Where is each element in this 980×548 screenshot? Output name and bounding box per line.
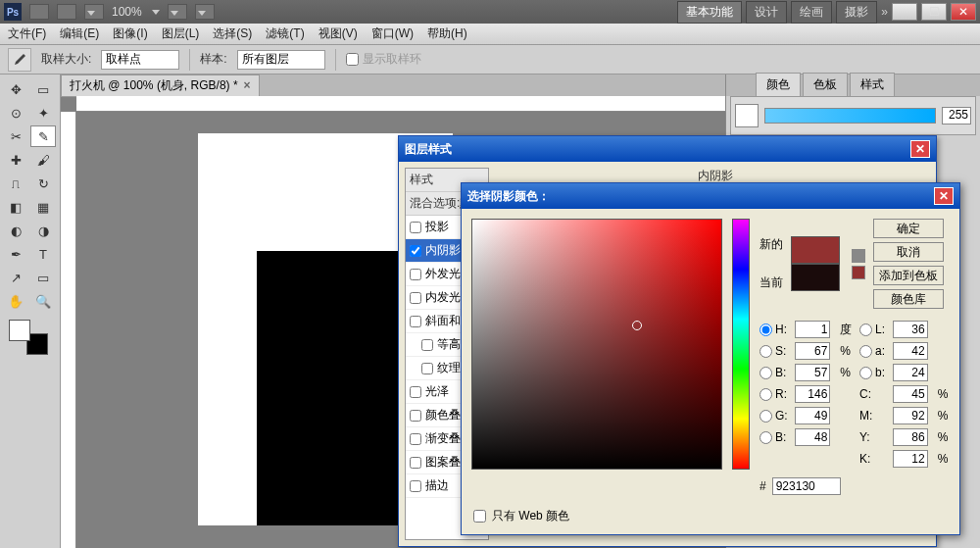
titlebar-btn[interactable] — [84, 4, 104, 20]
show-ring-checkbox[interactable]: 显示取样环 — [346, 51, 421, 68]
titlebar-btn[interactable] — [29, 4, 49, 20]
document-tab[interactable]: 打火机 @ 100% (机身, RGB/8) *× — [61, 75, 260, 97]
workspace-paint[interactable]: 绘画 — [791, 1, 832, 24]
b2-input[interactable] — [795, 428, 830, 446]
style-checkbox[interactable] — [410, 433, 421, 445]
color-swatch[interactable] — [735, 104, 759, 127]
zoom-tool[interactable]: 🔍 — [30, 290, 56, 312]
path-tool[interactable]: ↗ — [3, 267, 28, 288]
menu-edit[interactable]: 编辑(E) — [60, 25, 99, 42]
dialog-titlebar[interactable]: 图层样式 ✕ — [399, 136, 936, 162]
type-tool[interactable]: T — [30, 243, 56, 265]
crop-tool[interactable]: ✂ — [3, 125, 28, 147]
color-value[interactable]: 255 — [942, 107, 971, 125]
blur-tool[interactable]: ◐ — [3, 220, 28, 241]
menu-filter[interactable]: 滤镜(T) — [266, 25, 304, 42]
eyedropper-tool[interactable]: ✎ — [30, 125, 56, 147]
add-swatch-button[interactable]: 添加到色板 — [873, 266, 944, 285]
zoom-level[interactable]: 100% — [112, 5, 142, 19]
current-color-swatch[interactable] — [791, 264, 840, 291]
panel-tab-styles[interactable]: 样式 — [850, 73, 895, 96]
bb2-radio[interactable] — [760, 431, 772, 444]
bb-input[interactable] — [893, 364, 928, 381]
h-input[interactable] — [795, 321, 830, 338]
a-radio[interactable] — [859, 345, 872, 358]
r-input[interactable] — [795, 385, 830, 403]
style-checkbox[interactable] — [410, 292, 421, 304]
cube-icon[interactable] — [852, 249, 865, 263]
menu-help[interactable]: 帮助(H) — [427, 25, 467, 42]
panel-tab-swatches[interactable]: 色板 — [803, 73, 848, 96]
panel-tab-color[interactable]: 颜色 — [756, 73, 801, 96]
c-input[interactable] — [893, 385, 928, 403]
style-checkbox[interactable] — [421, 363, 433, 374]
pen-tool[interactable]: ✒ — [3, 243, 28, 265]
g-input[interactable] — [795, 407, 830, 424]
menu-layer[interactable]: 图层(L) — [162, 25, 200, 42]
maximize-button[interactable]: ☐ — [921, 3, 947, 21]
menu-file[interactable]: 文件(F) — [8, 25, 46, 42]
dialog-titlebar[interactable]: 选择阴影颜色： ✕ — [462, 183, 959, 209]
close-button[interactable]: ✕ — [951, 3, 976, 21]
color-field[interactable] — [471, 219, 722, 470]
color-swatches[interactable] — [9, 320, 48, 355]
s-radio[interactable] — [760, 345, 772, 358]
h-radio[interactable] — [760, 324, 772, 336]
menu-image[interactable]: 图像(I) — [113, 25, 147, 42]
style-checkbox[interactable] — [410, 457, 421, 469]
color-slider[interactable] — [764, 108, 936, 124]
b-radio[interactable] — [760, 367, 772, 379]
style-checkbox[interactable] — [410, 222, 421, 233]
y-input[interactable] — [893, 428, 928, 446]
sample-combo[interactable]: 所有图层 — [237, 50, 325, 70]
dodge-tool[interactable]: ◑ — [30, 220, 56, 241]
close-icon[interactable]: ✕ — [934, 187, 954, 205]
r-radio[interactable] — [760, 388, 772, 401]
hand-tool[interactable]: ✋ — [3, 290, 28, 312]
k-input[interactable] — [893, 450, 928, 468]
style-checkbox[interactable] — [410, 410, 421, 422]
ok-button[interactable]: 确定 — [873, 219, 944, 238]
brush-tool[interactable]: 🖌 — [30, 149, 56, 171]
workspace-basic[interactable]: 基本功能 — [677, 1, 742, 24]
a-input[interactable] — [893, 342, 928, 360]
titlebar-btn[interactable] — [57, 4, 76, 20]
s-input[interactable] — [795, 342, 830, 360]
titlebar-btn[interactable] — [168, 4, 187, 20]
style-checkbox[interactable] — [410, 386, 421, 398]
websafe-swatch[interactable] — [852, 266, 865, 279]
l-input[interactable] — [893, 321, 928, 338]
history-brush-tool[interactable]: ↻ — [30, 173, 56, 194]
style-checkbox[interactable] — [410, 316, 421, 327]
sample-size-combo[interactable]: 取样点 — [101, 50, 179, 70]
close-icon[interactable]: ✕ — [910, 140, 930, 158]
g-radio[interactable] — [760, 410, 772, 423]
stamp-tool[interactable]: ⎍ — [3, 173, 28, 194]
marquee-tool[interactable]: ▭ — [30, 78, 56, 100]
b-input[interactable] — [795, 364, 830, 381]
gradient-tool[interactable]: ▦ — [30, 196, 56, 218]
titlebar-btn[interactable] — [195, 4, 215, 20]
web-only-checkbox[interactable]: 只有 Web 颜色 — [473, 508, 569, 524]
menu-view[interactable]: 视图(V) — [318, 25, 358, 42]
eraser-tool[interactable]: ◧ — [3, 196, 28, 218]
menu-select[interactable]: 选择(S) — [213, 25, 252, 42]
wand-tool[interactable]: ✦ — [30, 102, 56, 124]
bb-radio[interactable] — [859, 367, 872, 379]
style-checkbox[interactable] — [421, 339, 433, 351]
m-input[interactable] — [893, 407, 928, 424]
tab-close-icon[interactable]: × — [244, 78, 251, 92]
color-lib-button[interactable]: 颜色库 — [873, 289, 944, 309]
heal-tool[interactable]: ✚ — [3, 149, 28, 171]
shape-tool[interactable]: ▭ — [30, 267, 56, 288]
workspace-design[interactable]: 设计 — [746, 1, 787, 24]
lasso-tool[interactable]: ⊙ — [3, 102, 28, 124]
chevron-right-icon[interactable]: » — [881, 5, 888, 19]
style-checkbox[interactable] — [410, 245, 421, 257]
move-tool[interactable]: ✥ — [3, 78, 28, 100]
hue-slider[interactable] — [732, 219, 750, 470]
minimize-button[interactable]: ─ — [892, 3, 917, 21]
menu-window[interactable]: 窗口(W) — [371, 25, 414, 42]
l-radio[interactable] — [859, 324, 872, 336]
style-checkbox[interactable] — [410, 480, 421, 492]
